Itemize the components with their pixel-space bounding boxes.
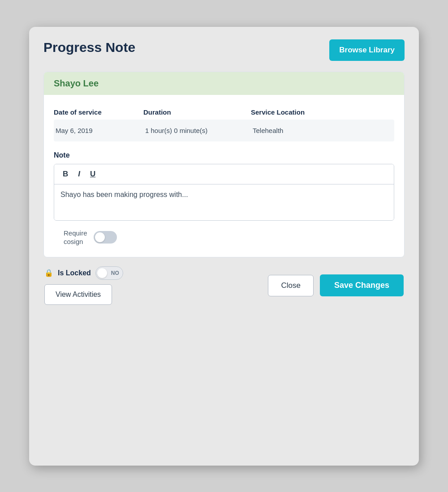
header-duration: Duration [143, 108, 251, 116]
modal-container: Progress Note Browse Library Shayo Lee D… [29, 27, 419, 466]
progress-note-card: Shayo Lee Date of service Duration Servi… [43, 72, 405, 257]
note-label: Note [54, 151, 394, 159]
underline-button[interactable]: U [88, 169, 98, 180]
modal-title: Progress Note [43, 39, 135, 56]
cosign-toggle[interactable] [94, 231, 117, 244]
modal-header: Progress Note Browse Library [43, 39, 405, 61]
rich-text-toolbar: B I U [54, 164, 394, 184]
view-activities-button[interactable]: View Activities [44, 284, 112, 305]
table-headers: Date of service Duration Service Locatio… [54, 104, 394, 120]
cosign-label: Requirecosign [64, 229, 87, 246]
cosign-toggle-knob [95, 232, 105, 242]
table-row: May 6, 2019 1 hour(s) 0 minute(s) Telehe… [54, 120, 394, 141]
is-locked-row: 🔒 Is Locked NO [44, 266, 123, 280]
note-section: Note B I U Shayo has been making progres… [44, 151, 404, 246]
cell-location: Telehealth [251, 127, 394, 134]
browse-library-button[interactable]: Browse Library [329, 39, 405, 61]
bold-button[interactable]: B [60, 169, 70, 180]
rich-text-editor: B I U Shayo has been making progress wit… [54, 164, 394, 221]
is-locked-toggle[interactable]: NO [95, 266, 123, 280]
cosign-row: Requirecosign [54, 229, 394, 246]
is-locked-label: Is Locked [58, 269, 91, 277]
cell-date: May 6, 2019 [54, 127, 143, 134]
service-table: Date of service Duration Service Locatio… [44, 104, 404, 141]
header-service-location: Service Location [251, 108, 394, 116]
is-locked-toggle-knob [97, 268, 107, 278]
patient-header: Shayo Lee [44, 72, 404, 95]
save-changes-button[interactable]: Save Changes [320, 274, 404, 296]
note-content[interactable]: Shayo has been making progress with... [54, 184, 394, 220]
cell-duration: 1 hour(s) 0 minute(s) [143, 127, 251, 134]
close-button[interactable]: Close [268, 275, 313, 296]
patient-name: Shayo Lee [54, 78, 99, 88]
footer-right: Close Save Changes [268, 274, 404, 296]
header-date-of-service: Date of service [54, 108, 143, 116]
toggle-no-text: NO [111, 270, 119, 276]
modal-footer: 🔒 Is Locked NO View Activities Close Sav… [43, 266, 405, 305]
footer-left: 🔒 Is Locked NO View Activities [44, 266, 123, 305]
lock-icon: 🔒 [44, 269, 53, 277]
italic-button[interactable]: I [76, 169, 82, 180]
